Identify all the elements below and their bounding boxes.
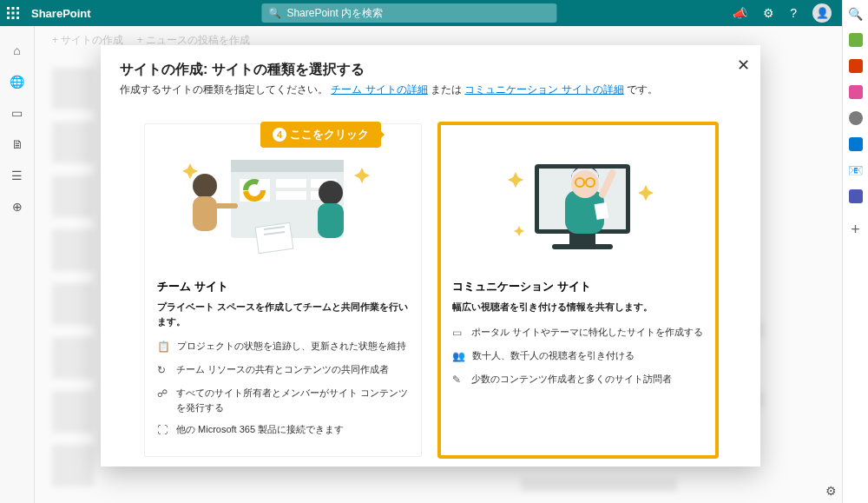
megaphone-icon[interactable]: 📣 xyxy=(733,6,747,20)
modal-title: サイトの作成: サイトの種類を選択する xyxy=(120,61,741,79)
create-icon[interactable]: ⊕ xyxy=(12,200,23,214)
svg-rect-5 xyxy=(16,12,19,15)
svg-rect-6 xyxy=(7,17,10,19)
search-icon: 🔍 xyxy=(268,7,281,19)
callout-number: 4 xyxy=(273,128,286,142)
svg-rect-3 xyxy=(7,12,10,15)
app-launcher-icon[interactable] xyxy=(0,0,26,26)
callout-text: ここをクリック xyxy=(290,128,369,141)
team-site-illustration xyxy=(157,138,409,268)
app-icon-6[interactable]: 📧 xyxy=(849,163,863,177)
window-icon: ▭ xyxy=(452,325,464,341)
team-site-details-link[interactable]: チーム サイトの詳細 xyxy=(331,83,427,96)
clipboard-icon: 📋 xyxy=(157,339,170,354)
svg-rect-28 xyxy=(569,234,595,244)
svg-rect-10 xyxy=(231,160,344,172)
author-icon: ✎ xyxy=(452,372,464,387)
svg-rect-14 xyxy=(276,179,306,188)
team-card-desc: プライベート スペースを作成してチームと共同作業を行います。 xyxy=(157,300,409,328)
app-icon-7[interactable] xyxy=(849,189,863,203)
svg-rect-22 xyxy=(193,196,217,231)
settings-gear-icon[interactable]: ⚙ xyxy=(825,484,837,498)
news-icon[interactable]: ▭ xyxy=(11,106,23,120)
communication-site-card[interactable]: コミュニケーション サイト 幅広い視聴者を引き付ける情報を共有します。 ▭ポータ… xyxy=(439,123,717,457)
comm-card-title: コミュニケーション サイト xyxy=(452,279,704,295)
team-card-title: チーム サイト xyxy=(157,279,409,295)
refresh-icon: ↻ xyxy=(157,362,169,378)
app-title: SharePoint xyxy=(31,7,91,20)
app-icon-4[interactable] xyxy=(849,111,863,125)
share-icon: ☍ xyxy=(157,386,169,414)
people-icon: 👥 xyxy=(452,348,465,364)
comm-card-desc: 幅広い視聴者を引き付ける情報を共有します。 xyxy=(452,300,704,314)
svg-point-21 xyxy=(193,174,217,198)
svg-rect-29 xyxy=(552,244,613,249)
list-icon[interactable]: ☰ xyxy=(11,169,23,182)
left-nav: ⌂ 🌐 ▭ 🗎 ☰ ⊕ xyxy=(0,26,35,503)
user-avatar[interactable]: 👤 xyxy=(812,3,832,23)
svg-rect-23 xyxy=(212,203,238,208)
svg-rect-4 xyxy=(12,12,15,15)
suite-header: SharePoint 🔍 SharePoint 内を検索 📣 ⚙ ? 👤 xyxy=(0,0,842,26)
files-icon[interactable]: 🗎 xyxy=(11,137,23,151)
svg-rect-0 xyxy=(7,7,10,10)
link-icon: ⛶ xyxy=(157,422,169,438)
add-icon[interactable]: + xyxy=(849,222,863,236)
search-placeholder: SharePoint 内を検索 xyxy=(286,6,383,21)
globe-icon[interactable]: 🌐 xyxy=(10,75,24,89)
app-icon-5[interactable] xyxy=(849,137,863,151)
app-icon-3[interactable] xyxy=(849,85,863,99)
home-icon[interactable]: ⌂ xyxy=(13,43,20,57)
comm-site-illustration xyxy=(452,138,704,268)
close-button[interactable]: ✕ xyxy=(737,56,750,75)
browser-sidebar: 🔍 📧 + xyxy=(842,0,868,503)
create-site-modal: ✕ サイトの作成: サイトの種類を選択する 作成するサイトの種類を指定してくださ… xyxy=(101,45,760,467)
search-box[interactable]: 🔍 SharePoint 内を検索 xyxy=(261,3,556,23)
svg-rect-25 xyxy=(318,203,344,238)
svg-rect-7 xyxy=(12,17,15,19)
svg-rect-8 xyxy=(16,17,19,19)
team-site-card[interactable]: チーム サイト プライベート スペースを作成してチームと共同作業を行います。 📋… xyxy=(144,123,422,457)
svg-rect-15 xyxy=(276,191,306,200)
search-icon[interactable]: 🔍 xyxy=(849,7,863,21)
app-icon-1[interactable] xyxy=(849,33,863,47)
svg-point-24 xyxy=(319,181,343,205)
comm-site-details-link[interactable]: コミュニケーション サイトの詳細 xyxy=(464,83,623,96)
help-icon[interactable]: ? xyxy=(790,6,797,20)
instruction-callout: 4ここをクリック xyxy=(260,122,381,148)
modal-subtitle: 作成するサイトの種類を指定してください。 チーム サイトの詳細 または コミュニ… xyxy=(120,83,741,97)
app-icon-2[interactable] xyxy=(849,59,863,73)
svg-rect-2 xyxy=(16,7,19,10)
svg-rect-1 xyxy=(12,7,15,10)
settings-icon[interactable]: ⚙ xyxy=(763,6,774,20)
